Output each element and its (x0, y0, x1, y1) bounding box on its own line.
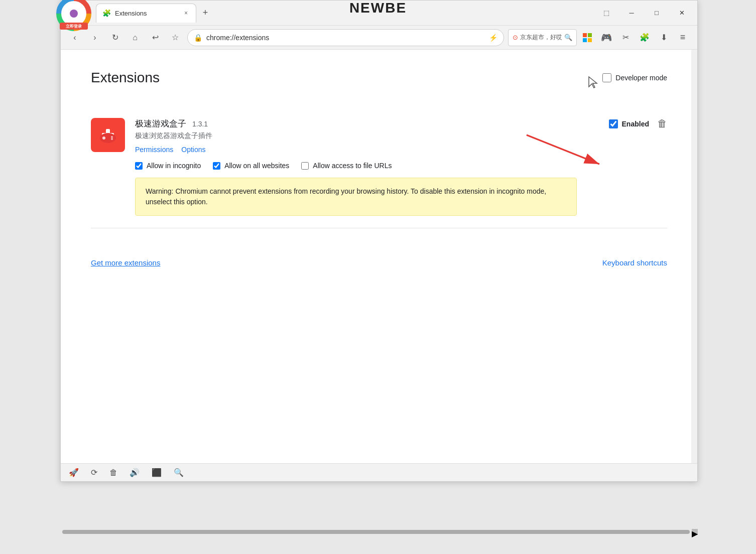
page-title: Extensions (91, 70, 160, 86)
security-icon: 🔒 (194, 34, 202, 42)
menu-button[interactable]: ≡ (674, 29, 691, 46)
svg-rect-5 (583, 33, 587, 37)
home-button[interactable]: ⌂ (127, 30, 143, 46)
svg-point-14 (102, 136, 105, 140)
tab-close-btn[interactable]: × (182, 9, 190, 18)
close-button[interactable]: ✕ (670, 5, 693, 21)
extension-description: 极速浏览器游戏盒子插件 (135, 131, 599, 141)
warning-text: Warning: Chromium cannot prevent extensi… (146, 186, 566, 207)
enabled-checkbox[interactable] (609, 119, 618, 128)
get-more-extensions-link[interactable]: Get more extensions (91, 258, 160, 267)
developer-mode-section: Developer mode (602, 73, 667, 82)
url-input[interactable] (206, 34, 485, 42)
browser-logo: 立即登录 (56, 0, 92, 32)
search-text: 京东超市，好哎 (520, 33, 562, 42)
extension-controls: Enabled 🗑 (609, 118, 667, 129)
screen-icon[interactable]: ⬛ (152, 468, 162, 477)
game-button[interactable]: 🎮 (598, 29, 615, 46)
extension-info: 极速游戏盒子 1.3.1 极速浏览器游戏盒子插件 Permissions Opt… (135, 118, 599, 216)
file-urls-checkbox[interactable] (301, 162, 309, 170)
msn-button[interactable] (579, 29, 596, 46)
enabled-section: Enabled (609, 119, 649, 128)
extensions-button[interactable]: 🧩 (636, 29, 653, 46)
extension-header: 极速游戏盒子 1.3.1 极速浏览器游戏盒子插件 Permissions Opt… (91, 118, 667, 216)
svg-text:立即登录: 立即登录 (66, 24, 82, 29)
cast-button[interactable]: ⬚ (595, 5, 618, 21)
scrollbar-right-arrow[interactable]: ▶ (692, 529, 698, 535)
incognito-label: Allow in incognito (147, 162, 201, 170)
back-button[interactable]: ‹ (67, 30, 83, 46)
file-urls-label: Allow access to file URLs (313, 162, 392, 170)
developer-mode-checkbox[interactable] (602, 73, 611, 82)
incognito-checkbox-item: Allow in incognito (135, 162, 201, 170)
checkboxes-row: Allow in incognito Allow on all websites… (135, 162, 599, 170)
extension-name: 极速游戏盒子 (135, 118, 186, 129)
download-button[interactable]: ⬇ (655, 29, 672, 46)
options-link[interactable]: Options (181, 146, 205, 154)
svg-point-2 (70, 10, 78, 18)
horizontal-scrollbar[interactable]: ▶ (60, 529, 698, 535)
toolbar-actions: ⊙ 京东超市，好哎 🔍 🎮 ✂ 🧩 ⬇ ≡ (508, 29, 691, 46)
all-websites-checkbox[interactable] (213, 162, 220, 170)
svg-rect-7 (583, 38, 587, 42)
toolbar: ‹ › ↻ ⌂ ↩ ☆ 🔒 ⚡ ⊙ 京东超市，好哎 🔍 (61, 26, 697, 50)
extension-version: 1.3.1 (192, 120, 208, 128)
all-websites-checkbox-item: Allow on all websites (213, 162, 289, 170)
trash-icon[interactable]: 🗑 (109, 468, 117, 477)
bookmark-button[interactable]: ☆ (167, 30, 183, 46)
file-urls-checkbox-item: Allow access to file URLs (301, 162, 392, 170)
window-controls: ⬚ ─ □ ✕ (595, 5, 693, 21)
new-tab-button[interactable]: + (197, 5, 213, 21)
lightning-icon: ⚡ (489, 34, 497, 42)
scissors-button[interactable]: ✂ (617, 29, 634, 46)
svg-rect-8 (588, 38, 592, 42)
incognito-checkbox[interactable] (135, 162, 143, 170)
browser-bottom: 🚀 ⟳ 🗑 🔊 ⬛ 🔍 (61, 463, 697, 481)
extension-links: Permissions Options (135, 146, 599, 154)
search-icon[interactable]: 🔍 (564, 34, 572, 41)
tab-title: Extensions (115, 10, 178, 17)
forward-button[interactable]: › (87, 30, 103, 46)
extension-icon (91, 118, 125, 152)
svg-rect-6 (588, 33, 592, 37)
search-bottom-icon[interactable]: 🔍 (174, 468, 184, 477)
refresh-icon[interactable]: ⟳ (91, 468, 97, 477)
svg-point-13 (100, 133, 116, 143)
scrollbar-thumb (62, 530, 690, 534)
svg-point-15 (111, 136, 113, 138)
minimize-button[interactable]: ─ (620, 5, 643, 21)
warning-box: Warning: Chromium cannot prevent extensi… (135, 178, 577, 216)
extensions-page: Extensions Developer mode (61, 50, 697, 463)
extension-tab-icon: 🧩 (102, 9, 111, 17)
page-header: Extensions Developer mode (91, 70, 667, 86)
title-bar: 🧩 Extensions × + ⬚ ─ □ ✕ (61, 1, 697, 26)
extension-name-row: 极速游戏盒子 1.3.1 (135, 118, 599, 129)
vertical-scrollbar[interactable] (691, 50, 697, 463)
search-logo: ⊙ (513, 34, 518, 41)
address-bar[interactable]: 🔒 ⚡ (187, 29, 504, 46)
extension-card: 极速游戏盒子 1.3.1 极速浏览器游戏盒子插件 Permissions Opt… (91, 106, 667, 228)
rocket-icon[interactable]: 🚀 (69, 468, 79, 477)
browser-window: 立即登录 🧩 Extensions × + ⬚ ─ □ ✕ ‹ › ↻ ⌂ ↩ (60, 0, 698, 482)
tab-bar: 🧩 Extensions × + (65, 1, 593, 25)
back-page-button[interactable]: ↩ (147, 30, 163, 46)
svg-point-16 (111, 138, 113, 140)
keyboard-shortcuts-link[interactable]: Keyboard shortcuts (602, 258, 667, 267)
developer-mode-label: Developer mode (615, 74, 667, 82)
permissions-link[interactable]: Permissions (135, 146, 173, 154)
extensions-tab[interactable]: 🧩 Extensions × (96, 4, 196, 23)
page-content: Extensions Developer mode (61, 50, 697, 463)
speaker-icon[interactable]: 🔊 (130, 468, 140, 477)
page-footer: Get more extensions Keyboard shortcuts (91, 252, 667, 267)
maximize-button[interactable]: □ (645, 5, 668, 21)
all-websites-label: Allow on all websites (224, 162, 289, 170)
enabled-label: Enabled (622, 120, 649, 128)
reload-button[interactable]: ↻ (107, 30, 123, 46)
delete-button[interactable]: 🗑 (657, 118, 667, 129)
